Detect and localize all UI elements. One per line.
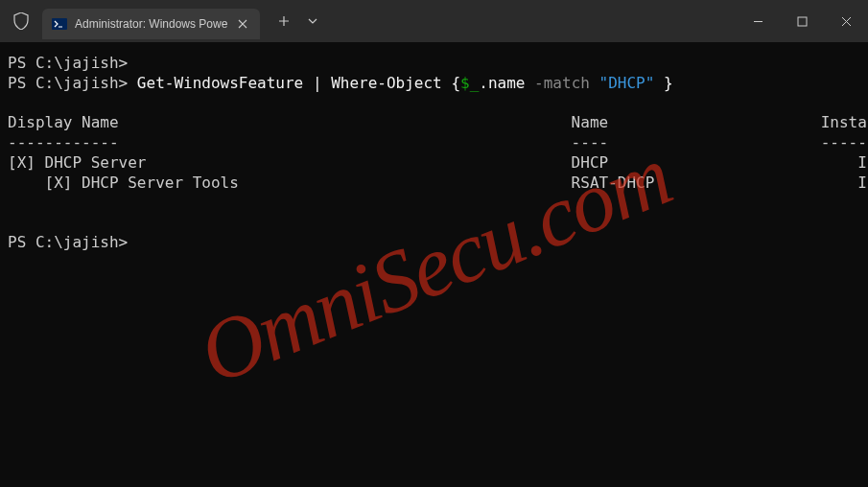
command-line: PS C:\jajish> Get-WindowsFeature | Where… bbox=[8, 74, 860, 94]
prompt-line-3: PS C:\jajish> bbox=[8, 233, 128, 251]
table-header: Display Name Name Install State bbox=[8, 113, 860, 133]
table-row: [X] DHCP Server Tools RSAT-DHCP Installe… bbox=[8, 174, 860, 194]
powershell-icon bbox=[52, 16, 67, 32]
tab-dropdown-button[interactable] bbox=[298, 7, 327, 35]
terminal-content[interactable]: PS C:\jajish> PS C:\jajish> Get-WindowsF… bbox=[0, 42, 868, 487]
new-tab-button[interactable] bbox=[270, 7, 298, 35]
maximize-button[interactable] bbox=[780, 0, 824, 42]
shield-icon bbox=[12, 12, 31, 31]
close-button[interactable] bbox=[824, 0, 868, 42]
table-divider: ------------ ---- ------------- bbox=[8, 133, 860, 153]
svg-rect-0 bbox=[52, 18, 67, 30]
tab-powershell[interactable]: Administrator: Windows Powe bbox=[42, 9, 260, 39]
window-controls bbox=[736, 0, 868, 42]
title-bar: Administrator: Windows Powe bbox=[0, 0, 868, 42]
tab-title: Administrator: Windows Powe bbox=[75, 17, 227, 31]
col-install-state: Install State bbox=[821, 113, 868, 131]
tab-close-button[interactable] bbox=[235, 16, 250, 32]
minimize-button[interactable] bbox=[736, 0, 780, 42]
col-display-name: Display Name bbox=[8, 113, 572, 131]
svg-rect-1 bbox=[798, 17, 807, 26]
prompt-line-1: PS C:\jajish> bbox=[8, 54, 128, 72]
table-row: [X] DHCP Server DHCP Installed bbox=[8, 153, 860, 174]
col-name: Name bbox=[572, 113, 821, 131]
